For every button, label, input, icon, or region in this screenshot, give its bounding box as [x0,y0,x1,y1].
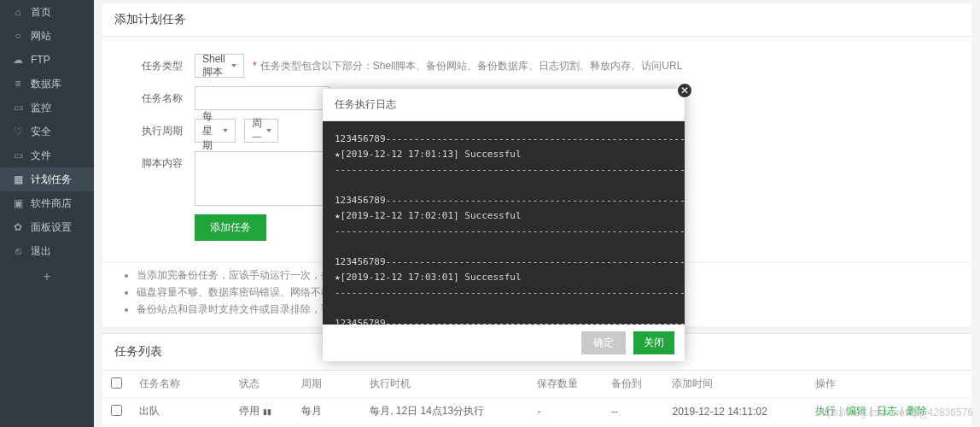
cell-keep: - [528,398,603,425]
sidebar-item-store[interactable]: ▣软件商店 [0,191,94,215]
home-icon: ⌂ [12,6,24,18]
cell-backup: -- [603,398,663,425]
sidebar-item-label: 面板设置 [31,220,72,235]
sidebar-item-monitor[interactable]: ▭监控 [0,96,94,120]
sidebar-item-label: 安全 [31,125,51,139]
sidebar-item-label: 文件 [31,149,51,163]
cell-name: 出队 [131,398,230,425]
sidebar-item-label: 监控 [31,101,51,115]
close-button[interactable]: 关闭 [633,331,674,354]
sidebar-item-home[interactable]: ⌂首页 [0,0,94,24]
col-ops: 操作 [807,371,971,398]
task-type-tip-text: 任务类型包含以下部分：Shell脚本、备份网站、备份数据库、日志切割、释放内存、… [260,60,683,72]
globe-icon: ○ [12,30,24,42]
sidebar-item-label: 软件商店 [31,196,72,211]
cycle-label: 执行周期 [137,119,183,143]
col-timing: 执行时机 [361,371,528,398]
sidebar-item-db[interactable]: ≡数据库 [0,72,94,96]
task-type-value: Shell脚本 [202,53,227,79]
sidebar-item-security[interactable]: ♡安全 [0,120,94,143]
task-type-select[interactable]: Shell脚本 [195,54,244,78]
page-title: 添加计划任务 [102,3,971,37]
sidebar-item-label: 首页 [31,5,51,20]
shield-icon: ♡ [12,126,24,137]
log-console[interactable]: 123456789-------------------------------… [323,121,685,325]
cell-cycle: 每月 [293,398,361,425]
confirm-button[interactable]: 确定 [581,331,626,354]
cycle-select-1[interactable]: 每星期 [195,119,236,143]
sidebar-item-label: FTP [31,54,50,66]
col-name: 任务名称 [131,371,230,398]
col-added: 添加时间 [663,371,806,398]
required-icon: * [253,60,257,72]
task-name-label: 任务名称 [137,86,183,110]
close-icon[interactable]: ✕ [676,82,693,99]
log-modal: ✕ 任务执行日志 123456789----------------------… [323,89,685,361]
sidebar: ⌂首页 ○网站 ☁FTP ≡数据库 ▭监控 ♡安全 ▭文件 ▦计划任务 ▣软件商… [0,0,94,427]
database-icon: ≡ [12,78,24,90]
modal-title: 任务执行日志 [323,89,685,121]
task-name-input[interactable] [195,86,330,110]
sidebar-item-cron[interactable]: ▦计划任务 [0,167,94,191]
cycle-select-1-value: 每星期 [202,109,219,153]
cycle-select-2-value: 周一 [252,116,262,145]
cycle-select-2[interactable]: 周一 [244,119,278,143]
select-all-checkbox[interactable] [111,377,122,389]
settings-icon: ✿ [12,221,24,233]
task-table: 任务名称 状态 周期 执行时机 保存数量 备份到 添加时间 操作 出队停用 ▮▮… [102,371,971,427]
sidebar-item-label: 退出 [31,244,51,259]
cloud-icon: ☁ [12,54,24,66]
sidebar-item-label: 网站 [31,29,51,44]
folder-icon: ▭ [12,149,24,161]
sidebar-item-label: 数据库 [31,77,61,91]
exit-icon: ⎋ [12,245,24,257]
monitor-icon: ▭ [12,102,24,114]
col-backup: 备份到 [603,371,663,398]
cell-added: 2019-12-12 14:11:02 [663,398,806,425]
chevron-down-icon [223,129,228,132]
watermark: https://blog.csdn.net/qq_42836576 [816,407,973,418]
sidebar-item-files[interactable]: ▭文件 [0,143,94,167]
modal-footer: 确定 关闭 [323,325,685,361]
add-task-button[interactable]: 添加任务 [195,214,266,241]
tasks-icon: ▦ [12,173,24,185]
sidebar-add[interactable]: + [0,266,94,287]
cell-status[interactable]: 停用 ▮▮ [230,398,293,425]
col-status: 状态 [230,371,293,398]
store-icon: ▣ [12,197,24,209]
task-type-tip: *任务类型包含以下部分：Shell脚本、备份网站、备份数据库、日志切割、释放内存… [253,54,682,78]
script-label: 脚本内容 [137,151,183,175]
row-checkbox[interactable] [111,405,122,416]
cell-timing: 每月, 12日 14点13分执行 [361,398,528,425]
col-cycle: 周期 [293,371,361,398]
sidebar-item-settings[interactable]: ✿面板设置 [0,215,94,239]
sidebar-item-exit[interactable]: ⎋退出 [0,239,94,263]
chevron-down-icon [231,64,236,67]
sidebar-item-label: 计划任务 [31,173,72,187]
sidebar-item-site[interactable]: ○网站 [0,24,94,48]
col-keep: 保存数量 [528,371,603,398]
task-type-label: 任务类型 [137,54,183,78]
sidebar-item-ftp[interactable]: ☁FTP [0,48,94,72]
chevron-down-icon [266,129,271,132]
